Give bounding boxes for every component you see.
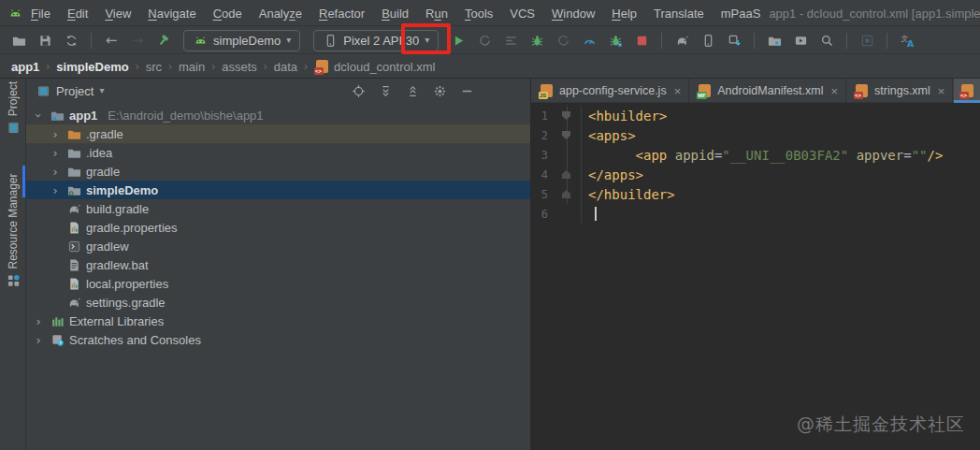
- collapse-all-button[interactable]: [405, 83, 420, 98]
- breadcrumb-item-main[interactable]: main: [179, 60, 205, 74]
- breadcrumb-label: data: [274, 60, 297, 74]
- tree-item-gradle[interactable]: ›.gradle: [26, 124, 530, 143]
- tab-close-icon[interactable]: ×: [674, 84, 682, 98]
- menu-item-edit[interactable]: Edit: [59, 4, 96, 23]
- forward-button[interactable]: →: [126, 29, 149, 51]
- tree-item-gradlew-bat[interactable]: ›gradlew.bat: [26, 255, 530, 274]
- sync-button[interactable]: [60, 29, 82, 51]
- gradle-sync-button[interactable]: [670, 29, 693, 51]
- menu-item-tools[interactable]: Tools: [456, 4, 501, 23]
- arrow-left-icon: ←: [104, 33, 119, 48]
- chevron-collapsed-icon[interactable]: ›: [49, 146, 62, 160]
- logcat-button[interactable]: [789, 29, 812, 51]
- tree-item-idea[interactable]: ›.idea: [26, 143, 530, 162]
- locate-file-button[interactable]: [351, 83, 366, 98]
- editor-tab-androidmanifest-xml[interactable]: MFAndroidManifest.xml×: [689, 79, 846, 103]
- menu-item-file[interactable]: File: [22, 4, 59, 23]
- svg-text:A: A: [907, 37, 915, 47]
- device-dropdown[interactable]: Pixel 2 API 30 ▾: [313, 30, 439, 51]
- tree-item-app1[interactable]: ›app1E:\android_demo\bishe\app1: [26, 106, 530, 124]
- tree-item-external-libraries[interactable]: ›External Libraries: [26, 312, 530, 330]
- fold-marker-icon[interactable]: [562, 170, 570, 179]
- run-configurations-button[interactable]: [499, 29, 522, 51]
- inspector-icon: [859, 33, 874, 48]
- breadcrumb-item-dcloud-control-xml[interactable]: <>dcloud_control.xml: [314, 59, 435, 74]
- chevron-collapsed-icon[interactable]: ›: [32, 333, 45, 347]
- breadcrumb-item-data[interactable]: data: [274, 60, 297, 74]
- tool-window-button-resource-manager[interactable]: Resource Manager: [6, 173, 21, 288]
- tool-window-label: Project: [7, 81, 20, 116]
- attach-debugger-button[interactable]: [604, 29, 627, 51]
- menu-item-translate[interactable]: Translate: [645, 4, 713, 23]
- expand-all-button[interactable]: [378, 83, 393, 98]
- hide-panel-button[interactable]: [459, 83, 474, 98]
- menu-item-run[interactable]: Run: [417, 4, 456, 23]
- menu-item-build[interactable]: Build: [373, 4, 417, 23]
- toolbar-left-group: ←→: [7, 29, 175, 51]
- breadcrumb-item-src[interactable]: src: [146, 60, 162, 74]
- run-button[interactable]: [447, 29, 469, 51]
- layout-inspector-button[interactable]: [856, 29, 878, 51]
- sdk-manager-button[interactable]: [723, 29, 745, 51]
- chevron-collapsed-icon[interactable]: ›: [49, 127, 62, 141]
- open-project-button[interactable]: [7, 29, 30, 51]
- scratches-icon: [50, 332, 65, 347]
- back-button[interactable]: ←: [100, 29, 122, 51]
- tree-item-build-gradle[interactable]: ›build.gradle: [26, 199, 530, 218]
- tool-window-button-project[interactable]: Project: [6, 81, 21, 136]
- search-everywhere-button[interactable]: [815, 29, 838, 51]
- tree-item-gradlew[interactable]: ›gradlew: [26, 237, 530, 255]
- device-manager-button[interactable]: [697, 29, 719, 51]
- menu-item-vcs[interactable]: VCS: [501, 4, 543, 23]
- editor-tab-partial[interactable]: <>: [954, 79, 980, 103]
- chevron-collapsed-icon[interactable]: ›: [32, 314, 45, 328]
- tab-close-icon[interactable]: ×: [938, 84, 945, 98]
- translate-button[interactable]: 文A: [896, 29, 918, 51]
- menu-item-navigate[interactable]: Navigate: [139, 4, 204, 23]
- tree-item-local-properties[interactable]: ›local.properties: [26, 274, 530, 293]
- breadcrumb-item-simpledemo[interactable]: simpleDemo: [56, 60, 128, 74]
- tool-window-label: Resource Manager: [7, 173, 20, 269]
- tree-item-settings-gradle[interactable]: ›settings.gradle: [26, 293, 530, 312]
- save-all-button[interactable]: [34, 29, 56, 51]
- profile-app-button[interactable]: [578, 29, 600, 51]
- run-config-dropdown[interactable]: simpleDemo ▾: [183, 30, 300, 51]
- menu-item-view[interactable]: View: [96, 4, 139, 23]
- editor-tab-app-config-service-js[interactable]: JSapp-config-service.js×: [531, 79, 689, 103]
- stop-button[interactable]: [630, 29, 653, 51]
- build-button[interactable]: [152, 29, 175, 51]
- chevron-collapsed-icon[interactable]: ›: [49, 165, 62, 179]
- device-file-explorer-button[interactable]: [763, 29, 785, 51]
- debug-button[interactable]: [526, 29, 548, 51]
- menu-item-window[interactable]: Window: [543, 4, 603, 23]
- chevron-collapsed-icon[interactable]: ›: [49, 183, 62, 197]
- project-view-selector[interactable]: Project ▾: [36, 83, 105, 98]
- tab-label: AndroidManifest.xml: [717, 84, 823, 97]
- menu-item-analyze[interactable]: Analyze: [251, 4, 310, 23]
- fold-guide-line: [567, 145, 568, 165]
- breadcrumb-item-assets[interactable]: assets: [222, 60, 257, 74]
- settings-button[interactable]: [432, 83, 447, 98]
- tree-item-gradle-properties[interactable]: ›gradle.properties: [26, 218, 530, 237]
- menu-item-refactor[interactable]: Refactor: [310, 4, 373, 23]
- breadcrumb-item-app1[interactable]: app1: [11, 60, 39, 74]
- editor-tab-strings-xml[interactable]: <>strings.xml×: [846, 79, 953, 103]
- chevron-expanded-icon[interactable]: ›: [32, 109, 46, 122]
- tree-item-gradle[interactable]: ›gradle: [26, 162, 530, 181]
- apply-changes-button[interactable]: [473, 29, 496, 51]
- panel-header-icons: [351, 83, 474, 98]
- fold-marker-icon[interactable]: [562, 111, 570, 120]
- profiler-button[interactable]: [552, 29, 574, 51]
- menu-item-code[interactable]: Code: [205, 4, 251, 23]
- menu-item-mpaas[interactable]: mPaaS: [713, 4, 770, 23]
- fold-marker-icon[interactable]: [562, 131, 570, 139]
- code-editor[interactable]: 1<hbuilder>2<apps>3 <app appid="__UNI__0…: [531, 103, 980, 450]
- menu-item-help[interactable]: Help: [603, 4, 645, 23]
- tab-close-icon[interactable]: ×: [830, 84, 838, 98]
- breadcrumb-separator-icon: ›: [211, 60, 215, 73]
- tree-item-label: build.gradle: [86, 202, 149, 216]
- tree-item-scratches-and-consoles[interactable]: ›Scratches and Consoles: [26, 330, 530, 349]
- folder-excluded-icon: [66, 126, 81, 141]
- tree-item-simpledemo[interactable]: ›simpleDemo: [26, 181, 530, 199]
- fold-marker-icon[interactable]: [562, 190, 570, 198]
